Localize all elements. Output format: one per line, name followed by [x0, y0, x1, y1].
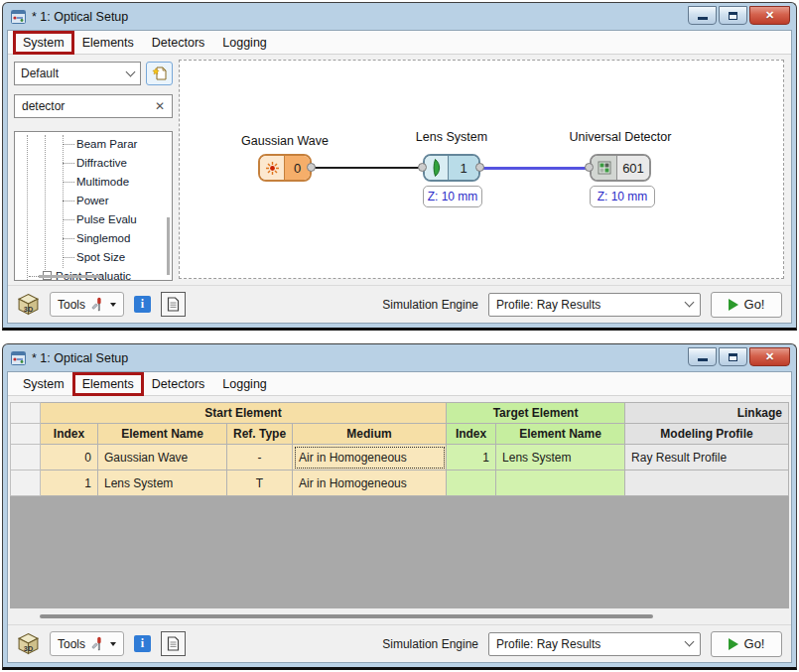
tab-elements[interactable]: Elements — [73, 373, 143, 395]
tree-item-label: Pulse Evalu — [76, 213, 137, 225]
tree-item-label: Diffractive — [76, 157, 127, 169]
tree-item-label: Multimode — [76, 176, 129, 188]
restore-button[interactable] — [719, 6, 747, 25]
tab-detectors[interactable]: Detectors — [143, 32, 214, 54]
titlebar[interactable]: * 1: Optical Setup ✕ — [3, 3, 796, 28]
optical-setup-window-elements: * 1: Optical Setup ✕ System Elements Det… — [2, 343, 797, 670]
chevron-down-icon — [126, 67, 136, 76]
titlebar[interactable]: * 1: Optical Setup ✕ — [3, 344, 796, 369]
info-button[interactable]: i — [134, 296, 151, 313]
preset-dropdown[interactable]: Default — [14, 62, 141, 85]
cell-index[interactable]: 1 — [41, 470, 98, 496]
tree-horizontal-scrollbar[interactable] — [39, 275, 102, 278]
tab-logging[interactable]: Logging — [213, 373, 276, 395]
go-button[interactable]: Go! — [711, 631, 782, 657]
tree-item[interactable]: Beam Parar — [15, 135, 172, 154]
show-3d-view-button[interactable]: 3D — [17, 632, 40, 655]
tree-item-label: Spot Size — [76, 251, 125, 263]
detector-input-port[interactable] — [585, 163, 594, 172]
comments-button[interactable] — [161, 292, 186, 317]
window-controls: ✕ — [688, 347, 790, 366]
row-selector[interactable] — [11, 470, 41, 496]
universal-detector-node[interactable]: 601 — [590, 154, 651, 182]
tab-detectors[interactable]: Detectors — [143, 373, 214, 395]
gaussian-wave-node[interactable]: 0 — [258, 154, 312, 182]
restore-button[interactable] — [719, 347, 747, 366]
tree-item[interactable]: Pulse Evalu — [15, 210, 172, 229]
document-icon — [167, 297, 180, 312]
cell-target-element-name[interactable]: Lens System — [496, 445, 625, 470]
tools-button[interactable]: Tools — [50, 292, 124, 317]
table-horizontal-scrollbar[interactable] — [10, 608, 789, 624]
target-element-group-header: Target Element — [447, 403, 625, 424]
cell-modeling-profile[interactable] — [625, 470, 789, 496]
cell-target-element-name[interactable] — [496, 470, 625, 496]
new-preset-button[interactable] — [146, 62, 173, 85]
row-selector-header — [11, 424, 41, 445]
linkage-group-header: Linkage — [625, 403, 789, 424]
tab-logging[interactable]: Logging — [213, 32, 276, 54]
source-output-port[interactable] — [307, 163, 316, 172]
minimize-button[interactable] — [688, 6, 717, 25]
cell-target-index[interactable] — [447, 470, 496, 496]
close-button[interactable]: ✕ — [749, 6, 790, 25]
cell-ref-type[interactable]: - — [227, 445, 293, 470]
scrollbar-thumb[interactable] — [40, 614, 653, 618]
tree-item-parent[interactable]: Point Evaluatic — [15, 267, 172, 281]
go-button[interactable]: Go! — [711, 292, 782, 318]
cell-element-name[interactable]: Lens System — [98, 470, 227, 496]
simulation-engine-dropdown[interactable]: Profile: Ray Results — [488, 293, 701, 317]
tab-system[interactable]: System — [14, 32, 73, 54]
cell-medium[interactable]: Air in Homogeneous — [293, 445, 447, 470]
detector-node-index: 601 — [617, 156, 649, 180]
lens-z-position-badge[interactable]: Z: 10 mm — [423, 186, 482, 207]
tab-system[interactable]: System — [14, 373, 73, 395]
cell-index[interactable]: 0 — [41, 445, 98, 470]
connection-line-lens-detector — [480, 167, 590, 170]
optical-setup-canvas[interactable]: Gaussian Wave Lens System Universal Dete… — [179, 60, 784, 279]
simulation-engine-dropdown[interactable]: Profile: Ray Results — [488, 632, 701, 656]
tree-item[interactable]: Spot Size — [15, 248, 172, 267]
minimize-button[interactable] — [688, 347, 717, 366]
elements-table: Start Element Target Element Linkage Ind… — [10, 402, 789, 496]
table-row: 1 Lens System T Air in Homogeneous — [11, 470, 789, 496]
tab-bar: System Elements Detectors Logging — [8, 31, 791, 55]
cell-ref-type[interactable]: T — [227, 470, 293, 496]
restore-icon — [729, 12, 737, 20]
lens-node-label: Lens System — [400, 130, 503, 144]
cell-element-name[interactable]: Gaussian Wave — [98, 445, 227, 470]
source-node-label: Gaussian Wave — [230, 134, 339, 148]
lens-system-node[interactable]: 1 — [423, 154, 480, 182]
optical-setup-icon — [11, 351, 26, 365]
tools-button[interactable]: Tools — [50, 631, 124, 656]
lens-input-port[interactable] — [418, 163, 427, 172]
chevron-down-icon — [685, 637, 695, 647]
detector-z-position-badge[interactable]: Z: 10 mm — [590, 186, 655, 207]
tab-elements[interactable]: Elements — [73, 32, 143, 54]
document-icon — [167, 636, 180, 651]
col-header-target-element-name: Element Name — [496, 424, 625, 445]
info-button[interactable]: i — [134, 635, 151, 652]
comments-button[interactable] — [161, 631, 186, 656]
cell-modeling-profile[interactable]: Ray Result Profile — [625, 445, 789, 470]
play-icon — [729, 638, 738, 650]
tree-vertical-scrollbar[interactable] — [167, 217, 170, 275]
tools-dropdown-arrow-icon — [110, 303, 116, 307]
tree-item[interactable]: Power — [15, 192, 172, 210]
start-element-group-header: Start Element — [41, 403, 447, 424]
tools-button-label: Tools — [58, 637, 85, 651]
tree-item[interactable]: Diffractive — [15, 154, 172, 173]
close-button[interactable]: ✕ — [749, 347, 790, 366]
optical-setup-window-system: * 1: Optical Setup ✕ System Elements Det… — [2, 2, 797, 331]
tree-item[interactable]: Singlemod — [15, 229, 172, 248]
search-input[interactable]: detector ✕ — [14, 94, 173, 118]
bottom-toolbar: 3D Tools i Simulation Engine — [8, 285, 791, 323]
window-controls: ✕ — [688, 6, 790, 25]
tree-item[interactable]: Multimode — [15, 173, 172, 192]
lens-output-port[interactable] — [475, 163, 484, 172]
row-selector[interactable] — [11, 445, 41, 470]
show-3d-view-button[interactable]: 3D — [17, 293, 40, 316]
cell-target-index[interactable]: 1 — [447, 445, 496, 470]
cell-medium[interactable]: Air in Homogeneous — [293, 470, 447, 496]
clear-search-icon[interactable]: ✕ — [155, 99, 165, 113]
